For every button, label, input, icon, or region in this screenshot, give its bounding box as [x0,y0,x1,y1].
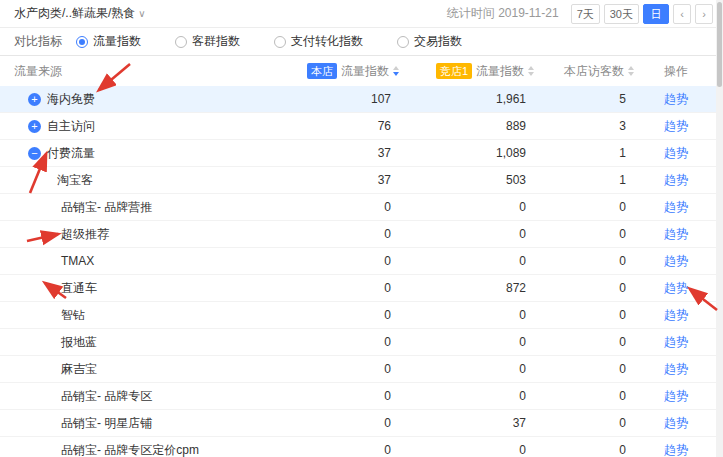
source-name: 超级推荐 [61,226,109,243]
visitors-label: 本店访客数 [564,63,624,80]
chevron-down-icon: ∨ [138,8,145,19]
competitor-index-value: 889 [399,119,534,133]
expand-plus-icon[interactable]: + [28,120,41,133]
radio-label: 支付转化指数 [291,33,363,50]
competitor-index-value: 1,089 [399,146,534,160]
trend-link[interactable]: 趋势 [664,362,688,376]
column-visitors[interactable]: 本店访客数 [534,63,634,80]
source-name: 海内免费 [47,91,95,108]
own-index-value: 0 [289,335,399,349]
trend-link[interactable]: 趋势 [664,92,688,106]
trend-link[interactable]: 趋势 [664,227,688,241]
scrollbar[interactable] [716,0,723,457]
radio-icon [76,36,88,48]
table-row[interactable]: 直通车08720趋势 [0,275,723,302]
trend-link[interactable]: 趋势 [664,335,688,349]
visitors-value: 0 [534,281,634,295]
own-index-value: 0 [289,443,399,457]
collapse-minus-icon[interactable]: − [28,147,41,160]
visitors-value: 0 [534,362,634,376]
trend-link[interactable]: 趋势 [664,281,688,295]
radio-客群指数[interactable]: 客群指数 [175,33,240,50]
visitors-value: 0 [534,200,634,214]
competitor-index-value: 872 [399,281,534,295]
scrollbar-thumb[interactable] [717,2,722,87]
own-index-value: 0 [289,308,399,322]
visitors-value: 3 [534,119,634,133]
prev-day-button[interactable]: ‹ [673,4,691,24]
range-button-日[interactable]: 日 [643,4,669,24]
own-index-value: 0 [289,227,399,241]
traffic-source-table: 流量来源 本店 流量指数 竞店1 流量指数 本店访客数 操作 +海内免费1071… [0,56,723,457]
table-row[interactable]: TMAX000趋势 [0,248,723,275]
column-competitor-index[interactable]: 竞店1 流量指数 [399,63,534,80]
table-row[interactable]: 品销宝- 明星店铺0370趋势 [0,410,723,437]
visitors-value: 0 [534,227,634,241]
category-breadcrumb[interactable]: 水产肉类/..鲜蔬果/熟食∨ [14,5,146,22]
compare-metric-bar: 对比指标 流量指数客群指数支付转化指数交易指数 [0,28,723,56]
table-row[interactable]: 麻吉宝000趋势 [0,356,723,383]
trend-link[interactable]: 趋势 [664,254,688,268]
column-source-label: 流量来源 [14,63,62,80]
visitors-value: 0 [534,254,634,268]
own-index-value: 76 [289,119,399,133]
radio-label: 流量指数 [93,33,141,50]
source-name: 付费流量 [47,145,95,162]
own-index-value: 0 [289,362,399,376]
range-button-30天[interactable]: 30天 [604,4,639,24]
visitors-value: 1 [534,146,634,160]
trend-link[interactable]: 趋势 [664,146,688,160]
visitors-value: 0 [534,389,634,403]
table-row[interactable]: 报地蓝000趋势 [0,329,723,356]
radio-交易指数[interactable]: 交易指数 [397,33,462,50]
competitor-badge: 竞店1 [436,63,472,79]
source-name: 品销宝- 明星店铺 [61,415,152,432]
radio-流量指数[interactable]: 流量指数 [76,33,141,50]
column-own-index[interactable]: 本店 流量指数 [289,63,399,80]
table-row[interactable]: +海内免费1071,9615趋势 [0,86,723,113]
radio-label: 客群指数 [192,33,240,50]
source-name: 自主访问 [47,118,95,135]
competitor-index-value: 0 [399,227,534,241]
table-row[interactable]: 品销宝- 品牌专区000趋势 [0,383,723,410]
own-index-value: 37 [289,173,399,187]
visitors-value: 5 [534,92,634,106]
own-index-value: 0 [289,416,399,430]
expand-plus-icon[interactable]: + [28,93,41,106]
column-source: 流量来源 [14,63,289,80]
column-action: 操作 [634,63,709,80]
trend-link[interactable]: 趋势 [664,416,688,430]
top-bar: 水产肉类/..鲜蔬果/熟食∨ 统计时间 2019-11-21 7天30天日 ‹ … [0,0,723,28]
own-index-value: 0 [289,200,399,214]
trend-link[interactable]: 趋势 [664,119,688,133]
table-row[interactable]: 淘宝客375031趋势 [0,167,723,194]
table-row[interactable]: 智钻000趋势 [0,302,723,329]
competitor-index-value: 0 [399,200,534,214]
trend-link[interactable]: 趋势 [664,443,688,457]
next-day-button[interactable]: › [695,4,713,24]
table-row[interactable]: 品销宝- 品牌营推000趋势 [0,194,723,221]
radio-icon [175,36,187,48]
trend-link[interactable]: 趋势 [664,308,688,322]
compare-metric-label: 对比指标 [14,33,62,50]
range-button-7天[interactable]: 7天 [571,4,600,24]
table-row[interactable]: −付费流量371,0891趋势 [0,140,723,167]
competitor-index-value: 0 [399,254,534,268]
table-row[interactable]: 超级推荐000趋势 [0,221,723,248]
source-name: 报地蓝 [61,334,97,351]
table-row[interactable]: 品销宝- 品牌专区定价cpm000趋势 [0,437,723,457]
table-row[interactable]: +自主访问768893趋势 [0,113,723,140]
trend-link[interactable]: 趋势 [664,173,688,187]
compare-options: 流量指数客群指数支付转化指数交易指数 [76,33,496,50]
visitors-value: 0 [534,335,634,349]
own-index-value: 0 [289,254,399,268]
competitor-index-value: 1,961 [399,92,534,106]
competitor-index-value: 0 [399,362,534,376]
radio-支付转化指数[interactable]: 支付转化指数 [274,33,363,50]
trend-link[interactable]: 趋势 [664,389,688,403]
range-buttons: 7天30天日 [571,4,669,24]
trend-link[interactable]: 趋势 [664,200,688,214]
own-index-value: 0 [289,389,399,403]
breadcrumb-text: 水产肉类/..鲜蔬果/熟食 [14,6,135,20]
date-controls: 统计时间 2019-11-21 7天30天日 ‹ › [447,4,713,24]
